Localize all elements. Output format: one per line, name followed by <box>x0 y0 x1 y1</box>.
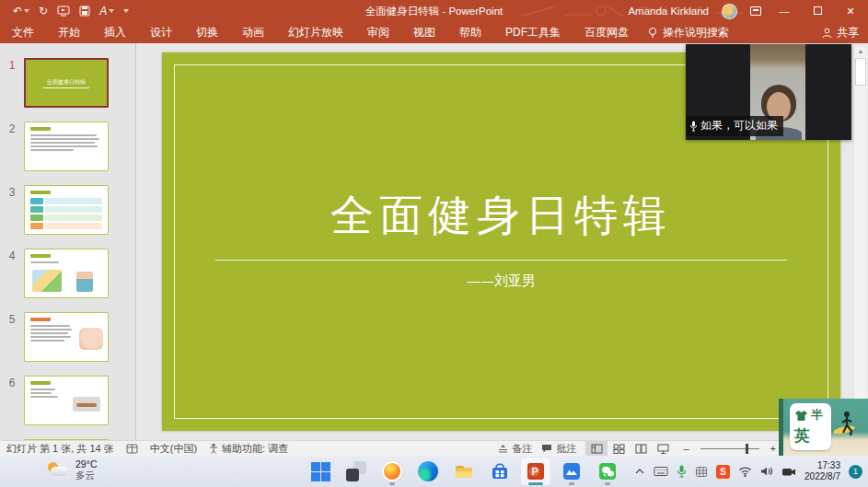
font-dropdown-icon[interactable] <box>109 9 114 13</box>
svg-text:P: P <box>532 466 538 477</box>
volume-icon[interactable] <box>760 466 773 477</box>
slide-title-text[interactable]: 全面健身日特辑 <box>215 187 787 261</box>
tab-home[interactable]: 开始 <box>46 22 92 43</box>
slide-sorter-view-button[interactable] <box>608 441 630 456</box>
zoom-slider[interactable] <box>700 448 759 449</box>
close-button[interactable]: ✕ <box>840 6 861 17</box>
normal-view-button[interactable] <box>585 441 608 456</box>
save-button[interactable] <box>79 6 90 17</box>
running-indicator <box>569 482 574 485</box>
account-name[interactable]: Amanda Kirkland <box>628 6 709 17</box>
minimize-button[interactable]: — <box>774 6 794 17</box>
tab-pdf-tools[interactable]: PDF工具集 <box>493 22 573 43</box>
mini-table-row <box>30 215 102 221</box>
slide-4-mini[interactable] <box>24 249 109 298</box>
scrollbar-thumb[interactable] <box>855 58 866 86</box>
language-status[interactable]: 中文(中国) <box>150 442 197 456</box>
slide-5-mini[interactable] <box>24 312 109 362</box>
sogou-input-icon[interactable]: S <box>716 465 730 479</box>
slide-2-mini[interactable] <box>24 122 109 171</box>
tray-expand-chevron-icon[interactable] <box>634 468 645 475</box>
undo-button[interactable]: ↶ <box>13 5 29 17</box>
tab-slideshow[interactable]: 幻灯片放映 <box>276 22 355 43</box>
microsoft-store-button[interactable] <box>485 458 515 485</box>
redo-button[interactable]: ↻ <box>39 5 48 17</box>
ribbon-display-options-icon[interactable] <box>750 6 761 16</box>
slide-subtitle-text[interactable]: ——刘亚男 <box>215 272 787 290</box>
comments-toggle[interactable]: 批注 <box>541 442 576 456</box>
thumbnail-slide-5[interactable]: 5 <box>0 312 135 362</box>
file-explorer-button[interactable] <box>449 458 479 485</box>
store-icon <box>490 461 510 481</box>
webcam-overlay[interactable]: 如果，可以如果 <box>686 44 851 140</box>
start-slideshow-button[interactable] <box>57 6 70 17</box>
tab-transitions[interactable]: 切换 <box>184 22 230 43</box>
start-button[interactable] <box>306 458 335 485</box>
touch-keyboard-icon[interactable] <box>654 466 668 477</box>
tab-file[interactable]: 文件 <box>0 22 46 43</box>
undo-dropdown-icon[interactable] <box>24 9 29 13</box>
slide-count-status[interactable]: 幻灯片 第 1 张, 共 14 张 <box>6 442 114 456</box>
ribbon-tab-row: 文件 开始 插入 设计 切换 动画 幻灯片放映 审阅 视图 帮助 PDF工具集 … <box>0 22 868 43</box>
tab-view[interactable]: 视图 <box>401 22 447 43</box>
slide-number: 2 <box>0 122 24 171</box>
blue-app-button[interactable] <box>557 458 586 485</box>
thumbnail-slide-3[interactable]: 3 <box>0 185 135 235</box>
customize-qat-icon[interactable] <box>123 9 129 13</box>
sogou-browser-button[interactable] <box>377 458 407 485</box>
zoom-in-button[interactable]: + <box>770 443 776 454</box>
floating-app-widget[interactable]: 半 英 <box>779 399 868 456</box>
notes-toggle[interactable]: 备注 <box>498 442 532 456</box>
zoom-slider-thumb[interactable] <box>746 444 748 454</box>
zoom-out-button[interactable]: – <box>683 443 689 454</box>
input-method-icon[interactable] <box>695 466 708 478</box>
thumbnail-slide-2[interactable]: 2 <box>0 122 135 171</box>
thumbnail-slide-1[interactable]: 1 全面健身日特辑 <box>0 58 135 108</box>
clock[interactable]: 17:33 2022/8/7 <box>804 460 840 483</box>
account-avatar[interactable] <box>722 4 737 19</box>
slide-3-mini[interactable] <box>24 185 109 235</box>
tab-baidu-netdisk[interactable]: 百度网盘 <box>573 22 641 43</box>
wechat-button[interactable] <box>593 458 622 485</box>
edge-browser-button[interactable] <box>413 458 443 485</box>
tab-review[interactable]: 审阅 <box>355 22 401 43</box>
microphone-status-icon[interactable] <box>677 465 687 478</box>
font-quick-button[interactable]: A <box>99 5 114 17</box>
widget-card[interactable]: 半 英 <box>790 403 831 450</box>
mini-text-line <box>30 138 99 140</box>
slide-thumbnail-panel[interactable]: 1 全面健身日特辑 2 3 <box>0 43 136 440</box>
weather-widget[interactable]: 29°C多云 <box>46 458 97 481</box>
folder-icon <box>454 461 474 481</box>
accessibility-status[interactable]: 辅助功能: 调查 <box>209 442 288 456</box>
camera-device-icon[interactable] <box>781 467 796 477</box>
slideshow-view-button[interactable] <box>652 441 674 456</box>
sogou-browser-icon <box>382 461 402 481</box>
powerpoint-button[interactable]: P <box>521 458 550 485</box>
tell-me-search[interactable]: 操作说明搜索 <box>648 25 729 41</box>
windows-taskbar: 29°C多云 P <box>0 456 868 487</box>
slide-1-mini[interactable]: 全面健身日特辑 <box>24 58 109 108</box>
tab-help[interactable]: 帮助 <box>447 22 493 43</box>
quick-access-toolbar: ↶ ↻ A <box>0 5 129 17</box>
tab-design[interactable]: 设计 <box>138 22 184 43</box>
thumbnail-slide-4[interactable]: 4 <box>0 249 135 298</box>
slide-6-mini[interactable] <box>24 376 109 425</box>
task-view-button[interactable] <box>341 458 371 485</box>
running-indicator <box>605 482 610 485</box>
share-button[interactable]: 共享 <box>822 25 859 41</box>
reading-view-button[interactable] <box>630 441 652 456</box>
notification-badge[interactable]: 1 <box>849 465 862 479</box>
tab-insert[interactable]: 插入 <box>92 22 138 43</box>
wifi-icon[interactable] <box>738 466 752 477</box>
theme-icon <box>126 444 138 454</box>
maximize-button[interactable] <box>807 6 827 17</box>
mini-title-bar <box>30 381 51 385</box>
vertical-scrollbar[interactable]: ▲ ▼ <box>854 47 867 431</box>
scroll-up-icon[interactable]: ▲ <box>854 48 867 54</box>
slide-number: 4 <box>0 249 24 298</box>
weather-condition: 多云 <box>75 470 97 481</box>
thumbnail-slide-6[interactable]: 6 <box>0 376 135 425</box>
tab-animations[interactable]: 动画 <box>230 22 276 43</box>
statusbar: 幻灯片 第 1 张, 共 14 张 中文(中国) 辅助功能: 调查 备注 批注 <box>0 440 868 456</box>
mini-text-line <box>30 325 70 327</box>
